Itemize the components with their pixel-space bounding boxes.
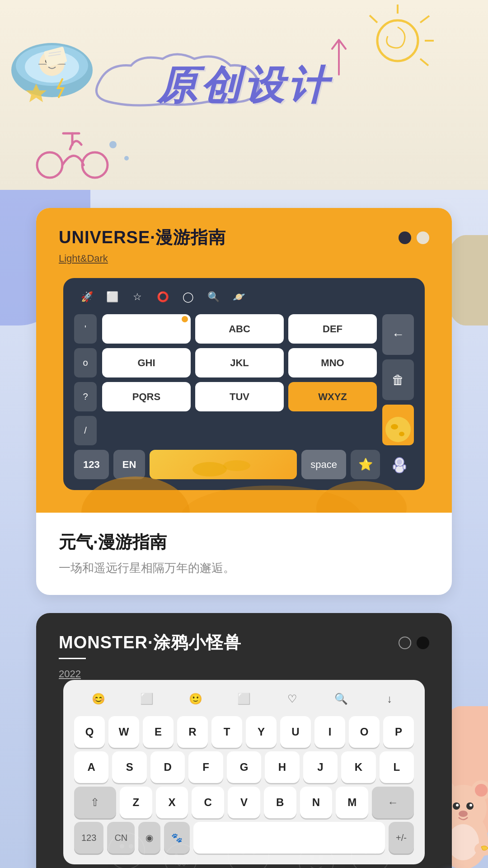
monster-key-l[interactable]: L: [380, 751, 414, 783]
key-slash[interactable]: /: [74, 416, 97, 445]
svg-point-25: [385, 417, 411, 442]
key-star-emoji[interactable]: ⭐: [351, 450, 380, 479]
svg-point-5: [54, 59, 59, 63]
svg-line-16: [420, 59, 428, 66]
universe-card-text: 元气·漫游指南 一场和遥远行星相隔万年的邂逅。: [36, 513, 452, 595]
svg-point-3: [39, 51, 65, 76]
svg-point-27: [399, 432, 404, 436]
hero-title: 原创设计: [157, 59, 331, 113]
dark-mode-dot[interactable]: [399, 231, 411, 244]
key-space-label[interactable]: space: [301, 450, 346, 479]
monster-toggle[interactable]: [399, 637, 429, 649]
key-en[interactable]: EN: [113, 450, 145, 479]
monster-dark-dot[interactable]: [417, 637, 429, 649]
key-cheese-space: [150, 450, 297, 479]
key-mno[interactable]: MNO: [288, 348, 377, 377]
monster-key-v[interactable]: V: [228, 787, 260, 818]
svg-point-67: [447, 824, 479, 860]
key-blank[interactable]: [102, 314, 191, 344]
monster-icon-face: 😊: [90, 691, 107, 707]
svg-point-28: [192, 462, 227, 476]
monster-icon-copy: ⬜: [236, 691, 252, 707]
svg-point-64: [456, 804, 459, 807]
universe-product-name: 元气·漫游指南: [59, 531, 429, 554]
key-cheese[interactable]: [382, 405, 414, 445]
keyboard-bottom-row: 123 EN space ⭐: [74, 450, 414, 479]
monster-key-e[interactable]: E: [143, 716, 174, 748]
monster-key-plusminus[interactable]: +/-: [389, 822, 414, 854]
key-row-2: GHI JKL MNO: [102, 348, 377, 377]
svg-point-61: [475, 784, 488, 797]
monster-key-k[interactable]: K: [341, 751, 375, 783]
key-abc[interactable]: ABC: [195, 314, 284, 344]
monster-key-a[interactable]: A: [74, 751, 108, 783]
monster-icon-heart: ♡: [284, 691, 300, 707]
monster-light-dot[interactable]: [399, 637, 411, 649]
svg-point-24: [124, 156, 129, 160]
monster-key-x[interactable]: X: [156, 787, 188, 818]
monster-key-p[interactable]: P: [383, 716, 414, 748]
monster-key-s[interactable]: S: [112, 751, 146, 783]
svg-point-19: [37, 152, 62, 178]
monster-key-o[interactable]: O: [349, 716, 380, 748]
key-question[interactable]: ?: [74, 382, 97, 411]
monster-icon-square: ⬜: [139, 691, 155, 707]
monster-key-i[interactable]: I: [314, 716, 345, 748]
universe-card: UNIVERSE·漫游指南 Light&Dark 🚀 ⬜ ☆ ⭕ ◯ 🔍: [36, 208, 452, 595]
key-astronaut[interactable]: [385, 450, 414, 479]
toolbar-icon-search: 🔍: [205, 289, 221, 305]
monster-key-n[interactable]: N: [300, 787, 333, 818]
svg-point-66: [459, 811, 468, 817]
monster-key-f[interactable]: F: [188, 751, 223, 783]
key-apostrophe[interactable]: ': [74, 314, 97, 344]
monster-key-w[interactable]: W: [108, 716, 139, 748]
main-content: UNIVERSE·漫游指南 Light&Dark 🚀 ⬜ ☆ ⭕ ◯ 🔍: [0, 190, 488, 868]
toolbar-icon-square: ⬜: [104, 289, 120, 305]
svg-point-23: [109, 141, 117, 148]
svg-rect-32: [393, 465, 396, 469]
monster-key-paw[interactable]: 🐾: [164, 822, 190, 854]
light-mode-dot[interactable]: [417, 231, 429, 244]
monster-key-space[interactable]: [193, 822, 385, 854]
monster-key-shift[interactable]: ⇧: [74, 787, 116, 818]
svg-point-12: [377, 20, 418, 61]
key-jkl[interactable]: JKL: [195, 348, 284, 377]
key-delete[interactable]: 🗑: [382, 359, 414, 400]
monster-key-r[interactable]: R: [177, 716, 208, 748]
monster-key-g[interactable]: G: [227, 751, 261, 783]
monster-key-b[interactable]: B: [264, 787, 296, 818]
toolbar-icon-planet: 🪐: [230, 289, 247, 305]
monster-key-circle[interactable]: ◉: [138, 822, 160, 854]
key-def[interactable]: DEF: [288, 314, 377, 344]
monster-key-q[interactable]: Q: [74, 716, 105, 748]
key-wxyz[interactable]: WXYZ: [288, 382, 377, 411]
monster-key-u[interactable]: U: [280, 716, 311, 748]
monster-key-c[interactable]: C: [192, 787, 224, 818]
key-pqrs[interactable]: PQRS: [102, 382, 191, 411]
key-backspace[interactable]: ←: [382, 314, 414, 355]
toolbar-icon-circle: ⭕: [155, 289, 171, 305]
key-ghi[interactable]: GHI: [102, 348, 191, 377]
keyboard-right-col: ← 🗑: [382, 314, 414, 445]
monster-key-z[interactable]: Z: [120, 787, 152, 818]
monster-key-123[interactable]: 123: [74, 822, 103, 854]
monster-bottom-row: 123 CN ◉ 🐾 +/-: [74, 822, 414, 854]
monster-key-h[interactable]: H: [265, 751, 299, 783]
monster-key-y[interactable]: Y: [246, 716, 277, 748]
monster-key-cn[interactable]: CN: [107, 822, 135, 854]
svg-point-26: [391, 424, 398, 429]
key-row-3: PQRS TUV WXYZ: [102, 382, 377, 411]
monster-key-m[interactable]: M: [336, 787, 368, 818]
key-123[interactable]: 123: [74, 450, 109, 479]
monster-key-j[interactable]: J: [303, 751, 338, 783]
svg-point-2: [25, 51, 79, 83]
key-o[interactable]: o: [74, 348, 97, 377]
svg-line-17: [370, 15, 377, 23]
universe-toggle[interactable]: [399, 231, 429, 244]
monster-key-t[interactable]: T: [211, 716, 242, 748]
monster-key-d[interactable]: D: [150, 751, 185, 783]
monster-key-enter[interactable]: ←: [372, 787, 414, 818]
key-tuv[interactable]: TUV: [195, 382, 284, 411]
universe-card-title: UNIVERSE·漫游指南: [59, 226, 226, 249]
toolbar-icon-rocket: 🚀: [79, 289, 95, 305]
